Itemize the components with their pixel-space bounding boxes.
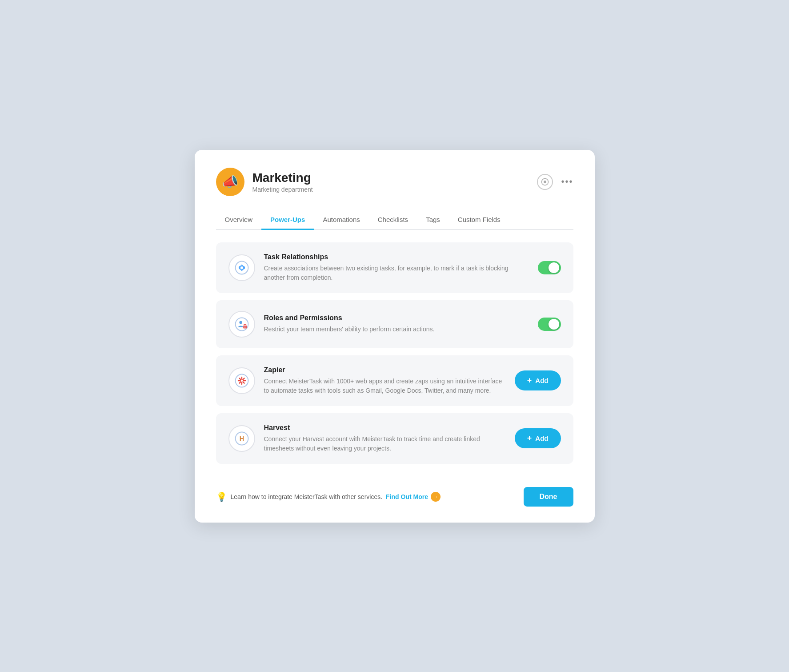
done-button[interactable]: Done: [524, 487, 573, 507]
task-relationships-content: Task Relationships Create associations b…: [264, 253, 529, 282]
tab-checklists[interactable]: Checklists: [369, 210, 417, 230]
harvest-add-button[interactable]: + Add: [515, 428, 561, 448]
plus-icon: +: [527, 376, 532, 385]
project-icon: 📣: [216, 168, 244, 196]
powerup-harvest: H Harvest Connect your Harvest account w…: [216, 413, 573, 464]
powerup-zapier: Zapier Connect MeisterTask with 1000+ we…: [216, 355, 573, 406]
tab-custom-fields[interactable]: Custom Fields: [449, 210, 509, 230]
roles-permissions-action: [538, 318, 561, 331]
task-rel-svg: [235, 261, 249, 275]
powerup-task-relationships: Task Relationships Create associations b…: [216, 242, 573, 293]
lightbulb-icon: 💡: [216, 491, 227, 502]
header-actions: •••: [537, 174, 573, 190]
project-info: Marketing Marketing department: [252, 171, 313, 193]
zapier-add-label: Add: [535, 377, 548, 384]
modal-header: 📣 Marketing Marketing department •••: [216, 168, 573, 196]
zapier-add-button[interactable]: + Add: [515, 370, 561, 390]
zapier-svg: [235, 374, 249, 388]
harvest-desc: Connect your Harvest account with Meiste…: [264, 435, 506, 453]
tab-overview[interactable]: Overview: [216, 210, 262, 230]
modal-container: 📣 Marketing Marketing department ••• Ove…: [195, 150, 595, 523]
footer-learn-text: Learn how to integrate MeisterTask with …: [231, 493, 383, 500]
task-relationships-action: [538, 261, 561, 274]
powerup-roles-permissions: Roles and Permissions Restrict your team…: [216, 300, 573, 348]
modal-footer: 💡 Learn how to integrate MeisterTask wit…: [216, 478, 573, 507]
eye-icon: [541, 178, 549, 186]
project-name: Marketing: [252, 171, 313, 185]
tab-power-ups[interactable]: Power-Ups: [261, 210, 314, 230]
roles-svg: [235, 317, 249, 331]
roles-permissions-desc: Restrict your team members' ability to p…: [264, 325, 529, 334]
project-description: Marketing department: [252, 186, 313, 193]
plus-icon-harvest: +: [527, 434, 532, 443]
tab-tags[interactable]: Tags: [417, 210, 449, 230]
powerups-list: Task Relationships Create associations b…: [216, 242, 573, 464]
task-relationships-title: Task Relationships: [264, 253, 529, 261]
svg-point-1: [544, 181, 546, 183]
harvest-content: Harvest Connect your Harvest account wit…: [264, 424, 506, 453]
find-out-more-link[interactable]: Find Out More →: [386, 492, 441, 502]
project-header-left: 📣 Marketing Marketing department: [216, 168, 313, 196]
svg-text:H: H: [239, 435, 244, 442]
svg-point-2: [235, 261, 248, 274]
visibility-button[interactable]: [537, 174, 553, 190]
task-relationships-desc: Create associations between two existing…: [264, 264, 529, 282]
tabs-container: Overview Power-Ups Automations Checklist…: [216, 210, 573, 230]
tab-automations[interactable]: Automations: [314, 210, 368, 230]
zapier-title: Zapier: [264, 366, 506, 374]
svg-point-8: [244, 326, 245, 327]
footer-left: 💡 Learn how to integrate MeisterTask wit…: [216, 491, 441, 502]
roles-permissions-content: Roles and Permissions Restrict your team…: [264, 314, 529, 334]
more-dots-icon: •••: [561, 177, 573, 186]
roles-permissions-toggle[interactable]: [538, 318, 561, 331]
harvest-svg: H: [235, 431, 249, 446]
more-options-button[interactable]: •••: [561, 177, 573, 187]
find-out-more-label: Find Out More: [386, 493, 428, 500]
svg-point-6: [239, 321, 242, 323]
roles-permissions-icon: [228, 311, 255, 338]
zapier-action: + Add: [515, 370, 561, 390]
harvest-icon-wrap: H: [228, 425, 255, 452]
arrow-circle-icon: →: [431, 492, 441, 502]
svg-point-14: [240, 379, 243, 382]
roles-permissions-title: Roles and Permissions: [264, 314, 529, 322]
svg-point-5: [235, 318, 248, 330]
zapier-icon-wrap: [228, 367, 255, 394]
harvest-add-label: Add: [535, 435, 548, 442]
zapier-content: Zapier Connect MeisterTask with 1000+ we…: [264, 366, 506, 395]
task-relationships-toggle[interactable]: [538, 261, 561, 274]
zapier-desc: Connect MeisterTask with 1000+ web apps …: [264, 377, 506, 395]
harvest-action: + Add: [515, 428, 561, 448]
harvest-title: Harvest: [264, 424, 506, 432]
task-relationships-icon: [228, 254, 255, 281]
